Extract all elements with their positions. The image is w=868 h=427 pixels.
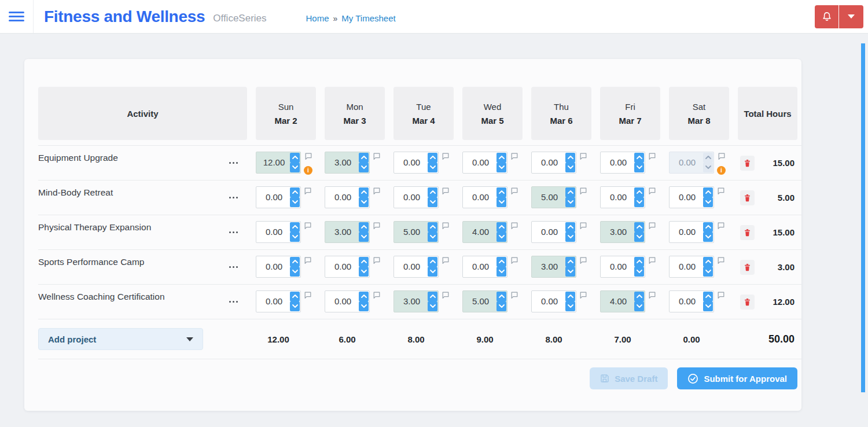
- hours-input[interactable]: [601, 222, 634, 242]
- hours-input[interactable]: [601, 153, 634, 172]
- hours-input[interactable]: [395, 153, 428, 172]
- increment-button[interactable]: [290, 222, 300, 232]
- decrement-button[interactable]: [290, 267, 300, 277]
- comment-bubble-icon[interactable]: [648, 222, 656, 230]
- increment-button[interactable]: [496, 153, 506, 163]
- add-project-dropdown[interactable]: Add project: [38, 328, 203, 350]
- decrement-button[interactable]: [290, 301, 300, 311]
- hours-input[interactable]: [257, 292, 290, 311]
- comment-bubble-icon[interactable]: [373, 291, 381, 299]
- comment-bubble-icon[interactable]: [717, 291, 725, 299]
- decrement-button[interactable]: [703, 301, 713, 311]
- increment-button[interactable]: [634, 292, 644, 301]
- hours-input[interactable]: [601, 292, 634, 311]
- increment-button[interactable]: [496, 292, 506, 301]
- comment-bubble-icon[interactable]: [718, 152, 726, 160]
- increment-button[interactable]: [703, 187, 713, 197]
- submit-for-approval-button[interactable]: Submit for Approval: [677, 367, 797, 389]
- increment-button[interactable]: [703, 153, 713, 163]
- increment-button[interactable]: [290, 292, 300, 301]
- decrement-button[interactable]: [496, 267, 506, 277]
- increment-button[interactable]: [634, 153, 644, 163]
- comment-bubble-icon[interactable]: [373, 256, 381, 264]
- increment-button[interactable]: [496, 222, 506, 232]
- comment-bubble-icon[interactable]: [304, 152, 312, 160]
- comment-bubble-icon[interactable]: [373, 187, 381, 195]
- decrement-button[interactable]: [634, 301, 644, 311]
- decrement-button[interactable]: [634, 232, 644, 242]
- comment-bubble-icon[interactable]: [510, 291, 518, 299]
- hours-input[interactable]: [257, 187, 290, 207]
- decrement-button[interactable]: [359, 232, 369, 242]
- increment-button[interactable]: [496, 187, 506, 197]
- comment-bubble-icon[interactable]: [648, 152, 656, 160]
- increment-button[interactable]: [565, 292, 575, 301]
- increment-button[interactable]: [359, 257, 369, 267]
- comment-bubble-icon[interactable]: [579, 222, 587, 230]
- increment-button[interactable]: [565, 222, 575, 232]
- hours-input[interactable]: [257, 153, 290, 172]
- increment-button[interactable]: [496, 257, 506, 267]
- hours-input[interactable]: [464, 187, 496, 207]
- hours-input[interactable]: [326, 222, 359, 242]
- hours-input[interactable]: [395, 257, 428, 277]
- hours-input[interactable]: [326, 187, 359, 207]
- delete-row-button[interactable]: [740, 295, 755, 310]
- hours-input[interactable]: [532, 153, 565, 172]
- comment-bubble-icon[interactable]: [304, 291, 312, 299]
- hours-input[interactable]: [326, 153, 359, 172]
- increment-button[interactable]: [428, 187, 437, 197]
- row-menu-ellipsis-icon[interactable]: [228, 298, 239, 305]
- hours-input[interactable]: [326, 257, 359, 277]
- row-menu-ellipsis-icon[interactable]: [228, 159, 239, 167]
- increment-button[interactable]: [290, 257, 300, 267]
- increment-button[interactable]: [634, 222, 644, 232]
- comment-bubble-icon[interactable]: [373, 152, 381, 160]
- comment-bubble-icon[interactable]: [510, 152, 518, 160]
- increment-button[interactable]: [359, 153, 369, 163]
- hours-input[interactable]: [464, 153, 496, 172]
- delete-row-button[interactable]: [740, 260, 755, 275]
- decrement-button[interactable]: [496, 163, 506, 172]
- increment-button[interactable]: [703, 222, 713, 232]
- increment-button[interactable]: [290, 153, 300, 163]
- decrement-button[interactable]: [565, 197, 575, 207]
- comment-bubble-icon[interactable]: [304, 187, 312, 195]
- hours-input[interactable]: [601, 187, 634, 207]
- decrement-button[interactable]: [290, 163, 300, 172]
- hours-input[interactable]: [464, 292, 496, 311]
- save-draft-button[interactable]: Save Draft: [590, 367, 668, 389]
- decrement-button[interactable]: [496, 301, 506, 311]
- decrement-button[interactable]: [703, 163, 713, 172]
- comment-bubble-icon[interactable]: [442, 256, 450, 264]
- comment-bubble-icon[interactable]: [717, 256, 725, 264]
- decrement-button[interactable]: [703, 232, 713, 242]
- decrement-button[interactable]: [428, 163, 437, 172]
- comment-bubble-icon[interactable]: [510, 187, 518, 195]
- comment-bubble-icon[interactable]: [510, 256, 518, 264]
- decrement-button[interactable]: [359, 197, 369, 207]
- hours-input[interactable]: [257, 222, 290, 242]
- hours-input[interactable]: [670, 257, 703, 277]
- notification-bell-button[interactable]: [815, 5, 838, 28]
- comment-bubble-icon[interactable]: [579, 187, 587, 195]
- comment-bubble-icon[interactable]: [648, 256, 656, 264]
- decrement-button[interactable]: [428, 267, 437, 277]
- increment-button[interactable]: [634, 257, 644, 267]
- increment-button[interactable]: [359, 222, 369, 232]
- decrement-button[interactable]: [565, 301, 575, 311]
- breadcrumb-current-link[interactable]: My Timesheet: [341, 13, 395, 23]
- user-menu-dropdown-button[interactable]: [839, 5, 863, 28]
- row-menu-ellipsis-icon[interactable]: [228, 229, 239, 236]
- delete-row-button[interactable]: [740, 190, 755, 205]
- decrement-button[interactable]: [428, 301, 437, 311]
- comment-bubble-icon[interactable]: [579, 256, 587, 264]
- decrement-button[interactable]: [359, 163, 369, 172]
- decrement-button[interactable]: [359, 301, 369, 311]
- scrollbar-thumb[interactable]: [861, 43, 865, 392]
- increment-button[interactable]: [703, 257, 713, 267]
- comment-bubble-icon[interactable]: [510, 222, 518, 230]
- hours-input[interactable]: [601, 257, 634, 277]
- increment-button[interactable]: [565, 257, 575, 267]
- comment-bubble-icon[interactable]: [579, 152, 587, 160]
